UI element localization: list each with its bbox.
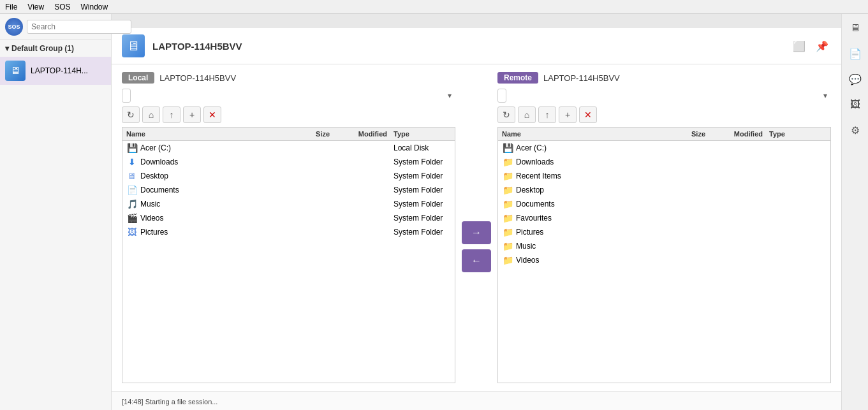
remote-panel-header: Remote LAPTOP-114H5BVV [497,72,831,84]
menu-sos[interactable]: SOS [54,3,70,11]
disk-icon: 💾 [502,142,513,154]
sidebar-group-label: ▾ Default Group (1) [0,40,111,57]
device-icon: 🖥 [5,61,26,81]
remote-up-btn[interactable]: ↑ [538,106,556,123]
file-name: Videos [140,214,291,223]
remote-col-size: Size [667,130,705,138]
monitor-action-icon[interactable]: ⬜ [790,37,808,55]
local-path-bar [122,89,455,103]
remote-toolbar: ↻ ⌂ ↑ + ✕ [497,106,831,123]
log-line-2: [14:48] The file session has started suc… [122,407,831,410]
file-name: Videos [516,256,667,265]
local-col-modified: Modified [330,130,387,138]
transfer-to-local-btn[interactable]: ← [462,249,491,272]
local-panel-header: Local LAPTOP-114H5BVV [122,72,455,84]
file-name: Acer (C:) [140,143,291,152]
image-icon[interactable]: 🖼 [846,96,864,113]
connection-actions: ⬜ 📌 [790,37,831,55]
music-icon: 🎵 [126,198,138,210]
local-files-container: 💾 Acer (C:) Local Disk ⬇ Downloads Syste… [122,141,455,239]
file-name: Pictures [516,228,667,237]
remote-refresh-btn[interactable]: ↻ [497,106,515,123]
local-refresh-btn[interactable]: ↻ [122,106,140,123]
folder-icon: 📁 [502,198,513,210]
list-item[interactable]: 🖥 Desktop System Folder [122,169,455,183]
list-item[interactable]: ⬇ Downloads System Folder [122,155,455,169]
list-item[interactable]: 📄 Documents System Folder [122,183,455,197]
list-item[interactable]: 📁 Videos [498,253,830,267]
remote-file-list-header: Name Size Modified Type [498,128,830,141]
list-item[interactable]: 📁 Favourites [498,211,830,225]
pin-action-icon[interactable]: 📌 [813,37,831,55]
file-type: System Folder [387,186,451,194]
remote-home-btn[interactable]: ⌂ [518,106,536,123]
remote-files-container: 💾 Acer (C:) 📁 Downloads 📁 Recent Items 📁 [498,141,830,267]
remote-badge: Remote [497,72,538,84]
file-name: Recent Items [516,172,667,180]
file-name: Documents [516,200,667,209]
list-item[interactable]: 💾 Acer (C:) Local Disk [122,141,455,155]
local-up-btn[interactable]: ↑ [163,106,180,123]
local-path-dropdown[interactable] [122,89,131,103]
sidebar: SOS ▾ Default Group (1) 🖥 LAPTOP-114H... [0,14,112,410]
file-name: Downloads [140,157,291,166]
sidebar-device-item[interactable]: 🖥 LAPTOP-114H... [0,57,111,85]
local-toolbar: ↻ ⌂ ↑ + ✕ [122,106,455,123]
folder-icon: 📁 [502,212,513,224]
log-line-1: [14:48] Starting a file session... [122,397,831,408]
menu-window[interactable]: Window [80,3,108,11]
file-name: Downloads [516,157,667,166]
file-name: Music [516,242,667,251]
remote-path-dropdown[interactable] [497,89,506,103]
list-item[interactable]: 📁 Desktop [498,183,830,197]
menu-file[interactable]: File [5,3,17,11]
file-type: System Folder [387,200,451,209]
gear-icon[interactable]: ⚙ [846,121,864,139]
list-item[interactable]: 📁 Music [498,239,830,253]
local-home-btn[interactable]: ⌂ [142,106,160,123]
local-col-type: Type [387,130,451,138]
folder-icon: 📁 [502,184,513,196]
search-input[interactable] [27,20,131,34]
file-type: System Folder [387,172,451,180]
main-content: 🖥 LAPTOP-114H5BVV ⬜ 📌 Local LAPTOP-114H5… [112,28,841,410]
local-path-dropdown-wrapper [122,89,455,103]
file-name: Desktop [140,172,291,180]
remote-file-list: Name Size Modified Type 💾 Acer (C:) 📁 Do… [497,127,831,383]
list-item[interactable]: 📁 Downloads [498,155,830,169]
sos-icon: SOS [5,18,23,36]
local-delete-btn[interactable]: ✕ [203,106,221,123]
remote-hostname: LAPTOP-114H5BVV [543,73,620,83]
list-item[interactable]: 📁 Documents [498,197,830,211]
list-item[interactable]: 🖼 Pictures System Folder [122,225,455,239]
chat-icon[interactable]: 💬 [846,70,864,88]
monitor-icon[interactable]: 🖥 [846,19,864,37]
remote-panel: Remote LAPTOP-114H5BVV ↻ ⌂ ↑ + ✕ Name Si… [497,72,831,383]
transfer-to-remote-btn[interactable]: → [462,221,491,244]
file-name: Favourites [516,214,667,223]
file-icon[interactable]: 📄 [846,45,864,62]
local-newfolder-btn[interactable]: + [183,106,201,123]
file-name: Pictures [140,228,291,237]
file-name: Acer (C:) [516,143,667,152]
file-name: Documents [140,186,291,194]
local-badge: Local [122,72,154,84]
remote-newfolder-btn[interactable]: + [559,106,577,123]
folder-icon: 📁 [502,254,513,266]
file-type: System Folder [387,157,451,166]
menu-view[interactable]: View [27,3,44,11]
list-item[interactable]: 🎵 Music System Folder [122,197,455,211]
remote-path-bar [497,89,831,103]
list-item[interactable]: 🎬 Videos System Folder [122,211,455,225]
folder-icon: 📁 [502,156,513,168]
list-item[interactable]: 💾 Acer (C:) [498,141,830,155]
folder-icon: 📁 [502,170,513,182]
list-item[interactable]: 📁 Recent Items [498,169,830,183]
remote-col-modified: Modified [705,130,763,138]
connection-title: LAPTOP-114H5BVV [152,41,783,52]
file-type: System Folder [387,228,451,237]
desktop-icon: 🖥 [126,170,138,182]
list-item[interactable]: 📁 Pictures [498,225,830,239]
menu-bar: File View SOS Window [0,0,868,14]
remote-delete-btn[interactable]: ✕ [579,106,597,123]
